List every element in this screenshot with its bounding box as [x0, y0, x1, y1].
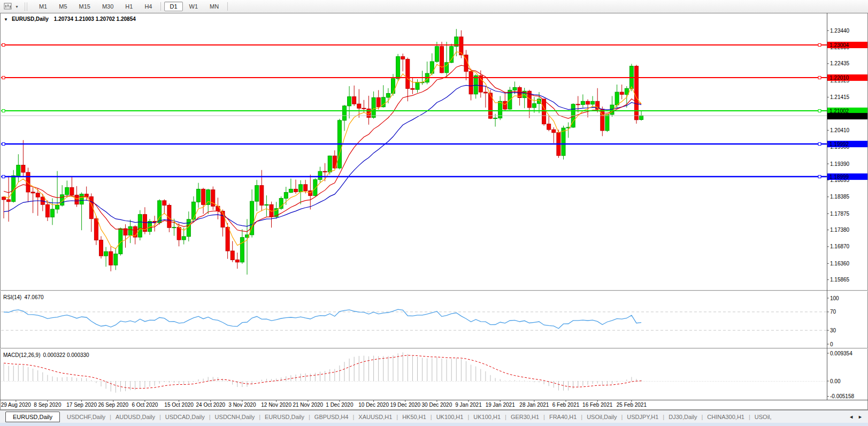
symbol-tabbar: EURUSD,DailyUSDCHF,Daily|AUDUSD,Daily|US…: [0, 410, 868, 426]
hline-handle[interactable]: [2, 77, 5, 79]
timeframe-m1-button[interactable]: M1: [34, 2, 52, 11]
toolbar: ▼ M1M5M15M30H1H4D1W1MN: [0, 0, 868, 13]
date-tick-label: 3 Nov 2020: [228, 402, 256, 408]
timeframe-d1-button[interactable]: D1: [164, 2, 182, 11]
chart-tab-usoil-daily[interactable]: USOil,Daily: [582, 412, 621, 422]
price-tick-label: 1.16870: [830, 244, 850, 249]
hline-handle[interactable]: [2, 110, 5, 112]
hline-price-tag-label: 1.22010: [829, 75, 849, 81]
rsi-current-value: 47.0670: [24, 294, 44, 300]
hline-price-tag-label: 1.19992: [829, 141, 849, 147]
rsi-tick-label: 0: [830, 341, 833, 347]
date-tick-label: 28 Jan 2021: [519, 402, 549, 408]
chart-tab-usdchf-daily[interactable]: USDCHF,Daily: [63, 412, 110, 422]
hline-handle[interactable]: [818, 176, 821, 178]
price-tick-label: 1.19390: [830, 161, 850, 167]
date-tick-label: 19 Dec 2020: [390, 402, 420, 408]
hline-handle[interactable]: [818, 143, 821, 146]
timeframe-m15-button[interactable]: M15: [74, 2, 96, 11]
symbol-tabs: EURUSD,DailyUSDCHF,Daily|AUDUSD,Daily|US…: [5, 412, 776, 422]
price-tick-label: 1.20410: [830, 127, 850, 133]
rsi-tick-label: 100: [830, 295, 839, 301]
hline-handle[interactable]: [2, 176, 5, 178]
chart-type-dropdown-icon[interactable]: ▼: [14, 5, 21, 9]
price-tick-label: 1.22435: [830, 60, 850, 66]
chart-tab-dj30-daily[interactable]: DJ30,Daily: [664, 412, 701, 422]
chart-window-title: ▼EURUSD,Daily1.20734 1.21003 1.20702 1.2…: [4, 16, 136, 22]
date-tick-label: 24 Oct 2020: [196, 402, 226, 408]
hline-handle[interactable]: [818, 77, 821, 79]
timeframe-buttons: M1M5M15M30H1H4D1W1MN: [33, 2, 231, 11]
timeframe-m5-button[interactable]: M5: [53, 2, 72, 11]
date-tick-label: 10 Dec 2020: [358, 402, 389, 408]
chart-tab-eurusd-daily[interactable]: EURUSD,Daily: [5, 412, 60, 422]
chart-tab-audusd-daily[interactable]: AUDUSD,Daily: [111, 412, 159, 422]
rsi-tick-label: 30: [830, 328, 836, 333]
chart-tab-xauusd-h1[interactable]: XAUUSD,H1: [354, 412, 396, 422]
hline-handle[interactable]: [818, 44, 821, 47]
toolbar-grip[interactable]: [25, 3, 27, 11]
price-tick-label: 1.17875: [830, 211, 850, 217]
price-tick-label: 1.16360: [830, 261, 850, 267]
date-tick-label: 6 Oct 2020: [132, 402, 158, 408]
chart-tab-fra40-h1[interactable]: FRA40,H1: [545, 412, 581, 422]
date-tick-label: 25 Feb 2021: [617, 402, 647, 408]
date-tick-label: 1 Dec 2020: [326, 402, 354, 408]
macd-label: MACD(12,26,9)0.000322 0.000330: [3, 352, 89, 358]
macd-tick-label: 0.00: [830, 378, 841, 384]
tab-scroll-right-icon[interactable]: ►: [858, 414, 863, 420]
chart-tab-gbpusd-h4[interactable]: GBPUSD,H4: [310, 412, 353, 422]
tab-scroll-left-icon[interactable]: ◄: [849, 414, 854, 420]
chart-tab-hk50-h1[interactable]: HK50,H1: [398, 412, 431, 422]
chart-tab-usdcad-daily[interactable]: USDCAD,Daily: [161, 412, 209, 422]
chart-tab-eurusd-daily[interactable]: EURUSD,Daily: [260, 412, 309, 422]
bid-price-tag-label: 1.20854: [829, 113, 849, 119]
hline-handle[interactable]: [2, 143, 5, 146]
chart-tab-ger30-h1[interactable]: GER30,H1: [506, 412, 543, 422]
date-tick-label: 15 Oct 2020: [164, 402, 194, 408]
mt4-window: ▼ M1M5M15M30H1H4D1W1MN ▼EURUSD,Daily1.20…: [0, 0, 868, 426]
hline-price-tag-label: 1.18999: [829, 174, 849, 180]
price-tick-label: 1.21415: [830, 94, 850, 100]
chart-area[interactable]: ▼EURUSD,Daily1.20734 1.21003 1.20702 1.2…: [0, 13, 868, 410]
timeframe-w1-button[interactable]: W1: [184, 2, 204, 11]
timeframe-mn-button[interactable]: MN: [204, 2, 224, 11]
chart-menu-icon: ▼: [4, 17, 8, 22]
toolbar-separator: [227, 2, 228, 11]
date-tick-label: 16 Feb 2021: [582, 402, 613, 408]
chart-tab-usdcnh-daily[interactable]: USDCNH,Daily: [211, 412, 259, 422]
toolbar-separator: [160, 2, 161, 11]
date-tick-label: 19 Jan 2021: [486, 402, 515, 408]
chart-tab-uk100-h1[interactable]: UK100,H1: [469, 412, 505, 422]
rsi-tick-label: 70: [830, 309, 836, 315]
timeframe-m30-button[interactable]: M30: [97, 2, 119, 11]
date-tick-label: 26 Sep 2020: [98, 402, 128, 408]
hline-handle[interactable]: [2, 44, 5, 47]
chart-tab-usoil[interactable]: USOil,: [750, 412, 776, 422]
price-tick-label: 1.17380: [830, 227, 850, 233]
price-tick-label: 1.23440: [830, 28, 850, 34]
price-tick-label: 1.15865: [830, 277, 850, 283]
hline-handle[interactable]: [818, 110, 821, 112]
chart-tab-china300-h1[interactable]: CHINA300,H1: [703, 412, 749, 422]
price-tick-label: 1.18385: [830, 194, 850, 200]
chart-symbol-label: EURUSD,Daily: [12, 16, 49, 22]
chart-tab-uk100-h1[interactable]: UK100,H1: [432, 412, 468, 422]
date-tick-label: 8 Sep 2020: [34, 402, 62, 408]
hline-price-tag-label: 1.23004: [829, 42, 849, 48]
date-tick-label: 30 Dec 2020: [422, 402, 452, 408]
date-tick-label: 12 Nov 2020: [261, 402, 291, 408]
chart-tab-usdjpy-h1[interactable]: USDJPY,H1: [623, 412, 663, 422]
date-tick-label: 9 Jan 2021: [455, 402, 482, 408]
chart-type-icon[interactable]: [3, 2, 13, 11]
date-tick-label: 29 Aug 2020: [1, 402, 32, 408]
macd-tick-label: 0.009354: [830, 351, 852, 356]
macd-tick-label: -0.005158: [830, 393, 854, 399]
date-tick-label: 6 Feb 2021: [552, 402, 580, 408]
timeframe-h4-button[interactable]: H4: [139, 2, 157, 11]
date-tick-label: 17 Sep 2020: [66, 402, 97, 408]
status-strip: [0, 423, 868, 426]
macd-current-values: 0.000322 0.000330: [43, 352, 89, 358]
date-tick-label: 21 Nov 2020: [293, 402, 323, 408]
timeframe-h1-button[interactable]: H1: [120, 2, 138, 11]
